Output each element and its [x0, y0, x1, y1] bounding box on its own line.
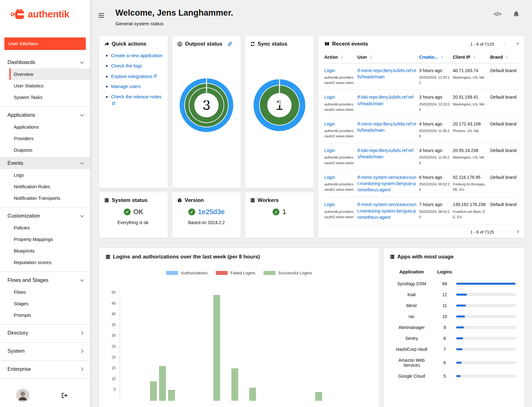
app-usage-row: HashiCorp Vault 7 — [390, 344, 518, 355]
sort-icon — [473, 55, 476, 59]
api-code-icon[interactable]: </> — [494, 11, 501, 17]
sign-out-icon[interactable] — [61, 393, 68, 398]
apps-column-logins: Logins — [433, 269, 456, 274]
event-client-ip: 20.172.43.108 — [453, 121, 488, 127]
sidebar-item[interactable]: Overview — [9, 68, 90, 80]
quick-action-link[interactable]: Explore integrations — [111, 74, 157, 79]
app-login-count: 7 — [433, 347, 456, 352]
apps-usage-table: Application Logins Synology DSM 68 — [390, 267, 518, 381]
sort-icon — [370, 55, 372, 59]
events-column-header[interactable]: Client IP ↑ — [453, 55, 488, 60]
event-time-relative: 3 hours ago — [419, 67, 450, 74]
event-location: Phoenix, US, NA — [453, 128, 488, 134]
version-value-link[interactable]: 1e25d3e — [198, 208, 225, 216]
sidebar-item[interactable]: Reputation scores — [9, 257, 90, 268]
apps-usage-body: Synology DSM 68 Kiali 12 — [390, 278, 518, 381]
sidebar-item[interactable]: Flows — [9, 286, 90, 298]
sidebar-section-header[interactable]: Events — [0, 157, 90, 169]
event-brand: Default brand — [490, 121, 518, 139]
sidebar-item[interactable]: Policies — [9, 222, 90, 233]
event-user-link[interactable]: tf-loki-repo:BeryJu/k8s:ref:refs/heads/m… — [357, 148, 414, 159]
quick-action-link[interactable]: Check the release notes — [111, 94, 162, 106]
sidebar-section-items: Flows Stages Prompts — [0, 286, 90, 322]
chevron-icon — [80, 60, 84, 63]
sidebar-item[interactable]: Logs — [9, 169, 90, 181]
menu-toggle-button[interactable] — [97, 12, 105, 19]
app-usage-bar — [456, 282, 516, 285]
sidebar-section-label: System — [7, 348, 25, 354]
chart-y-tick-label: 15 — [112, 366, 116, 370]
event-client-ip: 139.162.176.238 — [453, 201, 488, 208]
sidebar-section-header[interactable]: System — [0, 345, 90, 357]
sidebar-section-header[interactable]: Customization — [0, 210, 90, 222]
event-action-link[interactable]: Login — [324, 148, 335, 153]
sidebar-item[interactable]: Outposts — [9, 144, 90, 156]
notifications-bell-icon[interactable] — [513, 11, 520, 17]
sidebar-item-label: Outposts — [14, 147, 32, 153]
sidebar-section-header[interactable]: Dashboards — [0, 56, 90, 68]
app-login-count: 11 — [433, 303, 456, 308]
event-context: authentik.providers.oauth2.views.token — [324, 128, 355, 139]
outpost-link-icon[interactable] — [227, 42, 232, 47]
event-brand: Default brand — [490, 201, 518, 220]
sidebar-item[interactable]: System Tasks — [9, 91, 90, 103]
app-login-count: 68 — [433, 281, 456, 286]
sidebar-item[interactable]: Applications — [9, 121, 90, 133]
sidebar-item[interactable]: Prompts — [9, 309, 90, 321]
sidebar-item[interactable]: Blueprints — [9, 245, 90, 257]
sidebar-section-header[interactable]: Enterprise — [0, 363, 90, 375]
version-title: Version — [185, 197, 204, 203]
quick-action-link[interactable]: Create a new application — [111, 53, 162, 58]
user-interface-button[interactable]: User interface — [4, 37, 86, 50]
sidebar-item[interactable]: Property Mappings — [9, 233, 90, 245]
sidebar-section-header[interactable]: Directory — [0, 327, 90, 339]
quick-action-link[interactable]: Manage users — [111, 84, 141, 89]
chart-bar — [249, 388, 256, 401]
event-action-link[interactable]: Login — [324, 68, 335, 73]
sidebar-divider — [0, 360, 90, 361]
event-user-link[interactable]: tf-mimir-repo:BeryJu/k8s:ref:refs/heads/… — [357, 121, 416, 133]
sidebar-section-label: Dashboards — [7, 59, 35, 65]
pagination-next-icon[interactable] — [516, 230, 519, 233]
event-user-link[interactable]: tf-mimir-system:serviceaccount:monitorin… — [357, 202, 416, 220]
event-user-link[interactable]: tf-loki-repo:BeryJu/k8s:ref:refs/heads/m… — [357, 95, 414, 106]
sidebar-item[interactable]: Providers — [9, 133, 90, 144]
event-user-link[interactable]: tf-mimir-repo:BeryJu/k8s:ref:refs/heads/… — [357, 68, 416, 79]
avatar[interactable] — [16, 389, 29, 402]
app-usage-row: Google Cloud 5 — [390, 370, 518, 381]
events-column-header[interactable]: Action ↑ — [324, 55, 355, 60]
sidebar-item[interactable]: Notification Rules — [9, 181, 90, 192]
event-action-link[interactable]: Login — [324, 95, 335, 100]
event-user-link[interactable]: tf-mimir-system:serviceaccount:monitorin… — [357, 175, 416, 193]
event-action-link[interactable]: Login — [324, 121, 335, 126]
workers-title: Workers — [258, 197, 279, 203]
sidebar-section-items: Applications Providers Outposts — [0, 121, 90, 157]
pagination-next-icon[interactable] — [516, 42, 519, 45]
events-column-header[interactable]: Creatio... ↑ — [419, 55, 450, 60]
pagination-prev-icon[interactable] — [504, 42, 507, 45]
events-column-header[interactable]: User ↑ — [357, 55, 417, 60]
sidebar-item[interactable]: User Statistics — [9, 80, 90, 91]
events-table-body: Login authentik.providers.oauth2.views.t… — [324, 63, 518, 225]
event-action-link[interactable]: Login — [324, 202, 335, 207]
sidebar-section-label: Enterprise — [7, 366, 31, 372]
pagination-prev-icon[interactable] — [504, 230, 507, 233]
events-column-header[interactable]: Brand ↑ — [490, 55, 518, 60]
chevron-icon — [80, 349, 83, 353]
app-name: Sentry — [390, 336, 433, 341]
sidebar-item[interactable]: Stages — [9, 298, 90, 309]
event-context: authentik.providers.oauth2.views.token — [324, 155, 355, 165]
sidebar-item-label: Overview — [14, 71, 33, 77]
sidebar-section-items — [0, 375, 90, 376]
sidebar-item[interactable]: Notification Transports — [9, 192, 90, 204]
sidebar-section: Customization Policies Property Mappings — [0, 210, 90, 272]
event-date: 25/03/2024, 11:35:29 — [419, 155, 450, 165]
app-usage-bar — [456, 326, 516, 329]
event-context: authentik.providers.oauth2.views.token — [324, 75, 355, 86]
sidebar-section-header[interactable]: Flows and Stages — [0, 274, 90, 286]
logins-chart-card: Logins and authorizations over the last … — [99, 248, 379, 407]
sidebar-section-header[interactable]: Applications — [0, 109, 90, 121]
sidebar-item-label: Notification Transports — [14, 195, 60, 201]
quick-action-link[interactable]: Check the logs — [111, 63, 142, 68]
event-action-link[interactable]: Login — [324, 175, 335, 180]
